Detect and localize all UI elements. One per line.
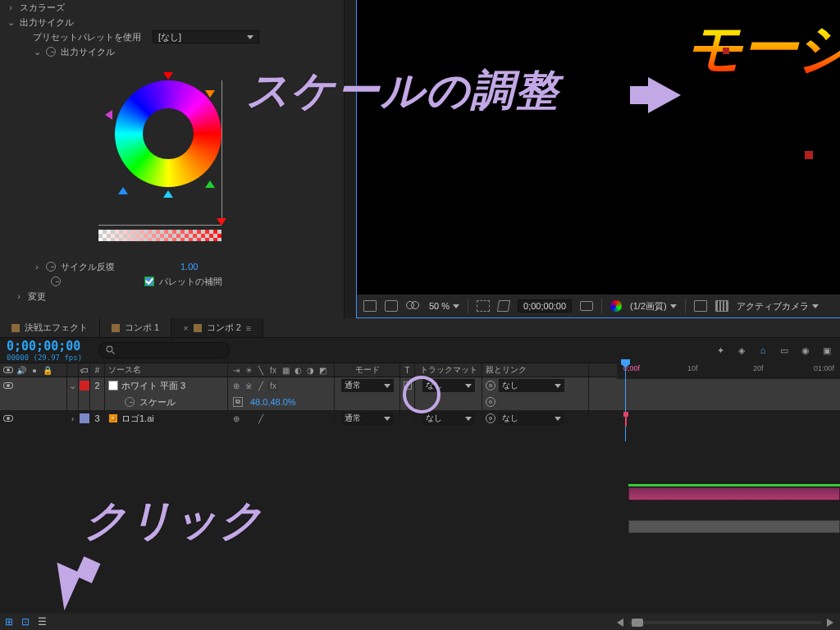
- grid-icon[interactable]: [363, 300, 377, 312]
- scale-value[interactable]: 48.0,48.0%: [250, 397, 296, 407]
- roi-icon[interactable]: [477, 300, 490, 312]
- blank-switch[interactable]: [293, 413, 303, 423]
- wheel-handle-icon[interactable]: [118, 187, 128, 194]
- mask-icon[interactable]: [406, 301, 421, 311]
- twirl-icon[interactable]: ⌄: [33, 47, 41, 57]
- preset-palette-dropdown[interactable]: [なし]: [153, 30, 259, 43]
- twirl-icon[interactable]: ›: [33, 262, 41, 272]
- layer-clip[interactable]: [628, 520, 840, 533]
- wheel-handle-icon[interactable]: [205, 180, 215, 188]
- time-ruler[interactable]: 0;00f 10f 20f 01:00f: [617, 363, 840, 379]
- current-timecode[interactable]: 0;00;00;00: [7, 339, 82, 354]
- blank-switch[interactable]: [317, 413, 327, 423]
- gradient-handle-icon[interactable]: [217, 218, 226, 226]
- twirl-icon[interactable]: ›: [7, 2, 15, 12]
- work-area-marker[interactable]: [625, 415, 627, 427]
- collapse-switch[interactable]: [244, 413, 253, 423]
- timeline-zoom-slider[interactable]: [617, 619, 833, 627]
- property-row[interactable]: スケール ⧉ 48.0,48.0%: [0, 394, 840, 410]
- zoom-track[interactable]: [628, 621, 822, 624]
- layer-name-cell[interactable]: ロゴ1.ai: [105, 410, 228, 427]
- blank-switch[interactable]: [281, 413, 290, 423]
- blank-switch[interactable]: [317, 381, 327, 390]
- fx-output-cycle-sub-row[interactable]: ⌄ 出力サイクル: [0, 44, 344, 59]
- panel-menu-icon[interactable]: ≡: [246, 323, 251, 333]
- twirl-icon[interactable]: ›: [15, 291, 23, 301]
- zoom-thumb[interactable]: [632, 619, 643, 627]
- show-channel-icon[interactable]: [610, 300, 622, 312]
- draft3d-icon[interactable]: ◈: [735, 344, 748, 357]
- palette-interp-checkbox[interactable]: [144, 276, 154, 286]
- twirl-icon[interactable]: ›: [69, 413, 77, 423]
- resolution-dropdown[interactable]: (1/2画質): [630, 300, 677, 313]
- fast-preview-icon[interactable]: [694, 300, 707, 312]
- parent-dropdown[interactable]: なし: [499, 412, 564, 425]
- zoom-dropdown[interactable]: 50 %: [429, 301, 459, 311]
- viewer-timecode[interactable]: 0;00;00;00: [518, 299, 572, 313]
- zoom-out-icon[interactable]: [617, 619, 623, 627]
- shy-switch[interactable]: ⊕: [231, 413, 241, 423]
- comp-mini-flowchart-icon[interactable]: ✦: [714, 344, 727, 357]
- shy-switch[interactable]: ⊕: [231, 381, 241, 390]
- blank-switch[interactable]: [281, 381, 290, 390]
- playhead[interactable]: [625, 359, 626, 441]
- stopwatch-icon[interactable]: [46, 262, 56, 272]
- layer-search-input[interactable]: [98, 342, 230, 358]
- wheel-handle-icon[interactable]: [163, 190, 173, 198]
- preserve-transparency-toggle[interactable]: [404, 381, 412, 390]
- zoom-in-icon[interactable]: [827, 619, 833, 627]
- fx-switch[interactable]: fx: [268, 381, 278, 390]
- fx-group-output-cycle[interactable]: ⌄ 出力サイクル: [0, 15, 344, 30]
- color-wheel-area[interactable]: [66, 66, 279, 254]
- close-icon[interactable]: ×: [183, 323, 188, 333]
- fx-switch[interactable]: [268, 413, 278, 423]
- blend-mode-dropdown[interactable]: 通常: [341, 412, 394, 425]
- fx-group-row[interactable]: › スカラーズ: [0, 0, 344, 15]
- label-color-icon[interactable]: [80, 413, 89, 423]
- stopwatch-icon[interactable]: [125, 397, 135, 407]
- pickwhip-icon[interactable]: [486, 381, 495, 390]
- constrain-proportions-icon[interactable]: ⧉: [233, 397, 243, 407]
- channel-icon[interactable]: [385, 300, 398, 312]
- toggle-switches-button[interactable]: ⊞: [3, 616, 15, 628]
- tab-comp[interactable]: コンポ 1: [100, 318, 171, 337]
- alpha-gradient-bar[interactable]: [98, 230, 221, 241]
- toggle-in-out-button[interactable]: ☰: [36, 616, 48, 628]
- layer-name-cell[interactable]: ホワイト 平面 3: [105, 377, 228, 394]
- parent-dropdown[interactable]: なし: [499, 379, 564, 392]
- tab-comp[interactable]: ×コンポ 2≡: [171, 318, 263, 337]
- stopwatch-icon[interactable]: [51, 276, 61, 286]
- quality-switch[interactable]: ╱: [256, 381, 266, 390]
- transparency-grid-icon[interactable]: [497, 300, 510, 312]
- layer-row[interactable]: › 3 ロゴ1.ai ⊕ ╱ 通常 なし なし: [0, 410, 840, 427]
- grid-guides-icon[interactable]: [715, 300, 728, 312]
- collapse-switch[interactable]: ※: [244, 381, 253, 390]
- video-toggle-icon[interactable]: [3, 382, 13, 389]
- snapshot-icon[interactable]: [580, 301, 593, 311]
- timecode-block[interactable]: 0;00;00;00 00000 (29.97 fps): [7, 339, 82, 362]
- frame-blend-icon[interactable]: ▭: [778, 344, 791, 357]
- blend-mode-dropdown[interactable]: 通常: [341, 379, 394, 392]
- graph-editor-icon[interactable]: ▣: [820, 344, 833, 357]
- shy-toggle-icon[interactable]: ⌂: [756, 344, 769, 357]
- cycle-repeat-value[interactable]: 1.00: [180, 262, 198, 272]
- wheel-handle-icon[interactable]: [163, 72, 173, 80]
- quality-switch[interactable]: ╱: [256, 413, 266, 423]
- fx-change-row[interactable]: › 変更: [0, 289, 344, 304]
- camera-dropdown[interactable]: アクティブカメラ: [737, 300, 819, 313]
- toggle-modes-button[interactable]: ⊡: [20, 616, 31, 628]
- layer-clip[interactable]: [628, 487, 840, 500]
- layer-row[interactable]: ⌄ 2 ホワイト 平面 3 ⊕ ※ ╱ fx 通常 なし なし: [0, 377, 840, 394]
- blank-switch[interactable]: [293, 381, 303, 390]
- label-color-icon[interactable]: [80, 381, 89, 390]
- stopwatch-icon[interactable]: [46, 47, 56, 57]
- trackmatte-dropdown[interactable]: なし: [422, 379, 475, 392]
- pickwhip-icon[interactable]: [486, 413, 495, 423]
- blank-switch[interactable]: [305, 413, 315, 423]
- video-toggle-icon[interactable]: [3, 415, 13, 422]
- viewer-canvas[interactable]: モーシ: [357, 0, 840, 294]
- twirl-icon[interactable]: ⌄: [7, 17, 15, 28]
- pickwhip-icon[interactable]: [486, 397, 495, 407]
- wheel-handle-icon[interactable]: [205, 90, 215, 98]
- wheel-handle-icon[interactable]: [105, 110, 112, 120]
